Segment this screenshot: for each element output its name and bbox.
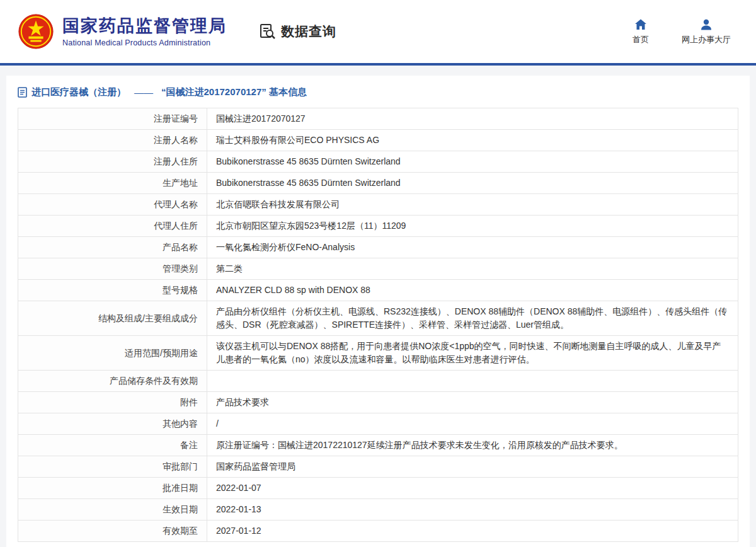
field-value: 产品由分析仪组件（分析仪主机、电源线、RS232连接线）、DENOX 88辅助件… bbox=[207, 301, 738, 336]
field-value: 北京市朝阳区望京东园523号楼12层（11）11209 bbox=[207, 216, 738, 237]
field-value: Bubikonerstrasse 45 8635 Dürnten Switzer… bbox=[207, 151, 738, 173]
table-row: 注册人名称瑞士艾科股份有限公司ECO PHYSICS AG bbox=[18, 130, 738, 151]
field-label: 批准日期 bbox=[18, 478, 207, 499]
data-query-heading: 数据查询 bbox=[260, 23, 336, 40]
content-area: 进口医疗器械（注册） —— “国械注进20172070127” 基本信息 注册证… bbox=[0, 66, 756, 547]
field-value: 2027-01-12 bbox=[207, 521, 738, 542]
field-label: 管理类别 bbox=[18, 258, 207, 280]
org-name-cn: 国家药品监督管理局 bbox=[62, 16, 227, 36]
page-title: 进口医疗器械（注册） —— “国械注进20172070127” 基本信息 bbox=[18, 86, 738, 98]
field-label: 适用范围/预期用途 bbox=[18, 336, 207, 371]
national-emblem-icon bbox=[18, 13, 54, 50]
table-row: 注册证编号国械注进20172070127 bbox=[18, 108, 738, 130]
field-label: 注册证编号 bbox=[18, 108, 207, 130]
table-row: 代理人名称北京佰嗯联合科技发展有限公司 bbox=[18, 194, 738, 216]
field-label: 型号规格 bbox=[18, 280, 207, 301]
field-value: 产品技术要求 bbox=[207, 392, 738, 413]
field-value: 2022-01-13 bbox=[207, 499, 738, 521]
field-value: 国械注进20172070127 bbox=[207, 108, 738, 130]
nav-home[interactable]: 首页 bbox=[633, 18, 649, 45]
field-value: 该仪器主机可以与DENOX 88搭配，用于向患者提供NO浓度<1ppb的空气，同… bbox=[207, 336, 738, 371]
field-label: 产品储存条件及有效期 bbox=[18, 371, 207, 392]
nav-service-hall-label: 网上办事大厅 bbox=[682, 34, 731, 45]
field-label: 结构及组成/主要组成成分 bbox=[18, 301, 207, 336]
field-label: 生产地址 bbox=[18, 173, 207, 194]
field-value: 第二类 bbox=[207, 258, 738, 280]
page-title-category: 进口医疗器械（注册） bbox=[32, 86, 126, 98]
brand-text: 国家药品监督管理局 National Medical Products Admi… bbox=[62, 16, 227, 47]
info-panel: 进口医疗器械（注册） —— “国械注进20172070127” 基本信息 注册证… bbox=[6, 76, 750, 547]
document-icon bbox=[18, 87, 27, 98]
field-value: 原注册证编号：国械注进20172210127延续注册产品技术要求未发生变化，沿用… bbox=[207, 435, 738, 456]
field-label: 代理人住所 bbox=[18, 216, 207, 237]
field-label: 审批部门 bbox=[18, 456, 207, 478]
home-icon bbox=[634, 18, 647, 31]
table-row: 管理类别第二类 bbox=[18, 258, 738, 280]
table-row: 型号规格ANALYZER CLD 88 sp with DENOX 88 bbox=[18, 280, 738, 301]
table-row: 注册人住所Bubikonerstrasse 45 8635 Dürnten Sw… bbox=[18, 151, 738, 173]
table-row: 其他内容/ bbox=[18, 413, 738, 435]
field-label: 代理人名称 bbox=[18, 194, 207, 216]
data-query-icon bbox=[260, 23, 276, 40]
table-row: 备注原注册证编号：国械注进20172210127延续注册产品技术要求未发生变化，… bbox=[18, 435, 738, 456]
field-value: 瑞士艾科股份有限公司ECO PHYSICS AG bbox=[207, 130, 738, 151]
field-value bbox=[207, 371, 738, 392]
nav-home-label: 首页 bbox=[633, 34, 649, 45]
site-header: 国家药品监督管理局 National Medical Products Admi… bbox=[0, 0, 756, 63]
table-row: 结构及组成/主要组成成分产品由分析仪组件（分析仪主机、电源线、RS232连接线）… bbox=[18, 301, 738, 336]
registration-info-table: 注册证编号国械注进20172070127注册人名称瑞士艾科股份有限公司ECO P… bbox=[18, 108, 738, 542]
table-row: 生产地址Bubikonerstrasse 45 8635 Dürnten Swi… bbox=[18, 173, 738, 194]
field-value: 2022-01-07 bbox=[207, 478, 738, 499]
table-row: 产品名称一氧化氮检测分析仪FeNO-Analysis bbox=[18, 237, 738, 258]
nav-service-hall[interactable]: 网上办事大厅 bbox=[682, 18, 731, 45]
field-value: 国家药品监督管理局 bbox=[207, 456, 738, 478]
field-label: 有效期至 bbox=[18, 521, 207, 542]
field-value: / bbox=[207, 413, 738, 435]
field-label: 产品名称 bbox=[18, 237, 207, 258]
field-value: 一氧化氮检测分析仪FeNO-Analysis bbox=[207, 237, 738, 258]
field-label: 其他内容 bbox=[18, 413, 207, 435]
field-label: 注册人名称 bbox=[18, 130, 207, 151]
page-title-main: “国械注进20172070127” 基本信息 bbox=[161, 86, 307, 98]
table-row: 有效期至2027-01-12 bbox=[18, 521, 738, 542]
table-row: 适用范围/预期用途该仪器主机可以与DENOX 88搭配，用于向患者提供NO浓度<… bbox=[18, 336, 738, 371]
data-query-label: 数据查询 bbox=[281, 23, 336, 40]
field-value: Bubikonerstrasse 45 8635 Dürnten Switzer… bbox=[207, 173, 738, 194]
table-row: 产品储存条件及有效期 bbox=[18, 371, 738, 392]
field-label: 生效日期 bbox=[18, 499, 207, 521]
org-name-en: National Medical Products Administration bbox=[62, 38, 227, 47]
table-row: 代理人住所北京市朝阳区望京东园523号楼12层（11）11209 bbox=[18, 216, 738, 237]
top-nav: 首页 网上办事大厅 bbox=[633, 18, 735, 45]
table-row: 附件产品技术要求 bbox=[18, 392, 738, 413]
table-row: 批准日期2022-01-07 bbox=[18, 478, 738, 499]
field-label: 备注 bbox=[18, 435, 207, 456]
user-icon bbox=[700, 18, 713, 31]
table-row: 生效日期2022-01-13 bbox=[18, 499, 738, 521]
field-label: 附件 bbox=[18, 392, 207, 413]
field-value: ANALYZER CLD 88 sp with DENOX 88 bbox=[207, 280, 738, 301]
table-row: 审批部门国家药品监督管理局 bbox=[18, 456, 738, 478]
field-label: 注册人住所 bbox=[18, 151, 207, 173]
page-title-dash: —— bbox=[134, 87, 153, 98]
field-value: 北京佰嗯联合科技发展有限公司 bbox=[207, 194, 738, 216]
brand-logo-link[interactable]: 国家药品监督管理局 National Medical Products Admi… bbox=[18, 13, 227, 50]
